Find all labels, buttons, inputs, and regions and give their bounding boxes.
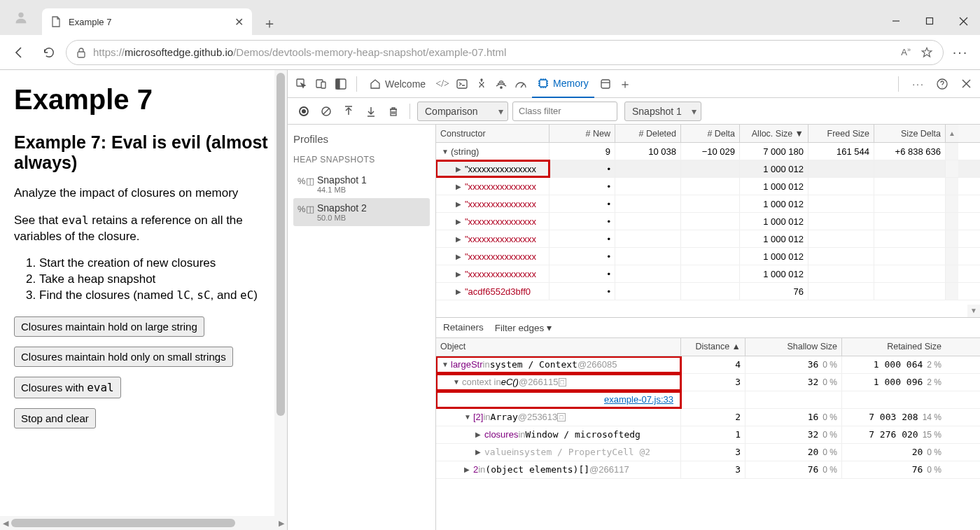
profiles-heading: Profiles — [293, 133, 430, 145]
list-item: Take a heap snapshot — [39, 272, 273, 286]
import-icon[interactable] — [362, 102, 380, 120]
col-new[interactable]: # New — [550, 125, 615, 142]
snapshot-item[interactable]: %◫ Snapshot 250.0 MB — [293, 198, 430, 226]
stop-clear-button[interactable]: Stop and clear — [14, 408, 96, 428]
page-p1: Analyze the impact of closures on memory — [14, 186, 273, 202]
table-row[interactable]: ▶"xxxxxxxxxxxxxxx•1 000 012 — [436, 213, 980, 230]
col-object[interactable]: Object — [436, 338, 681, 356]
close-tab-icon[interactable]: ✕ — [234, 15, 244, 29]
col-deleted[interactable]: # Deleted — [615, 125, 681, 142]
tab-welcome[interactable]: Welcome — [364, 70, 431, 98]
help-icon[interactable] — [934, 76, 951, 92]
devtools-tabs: Welcome </> Memory ＋ ··· — [288, 70, 980, 98]
retainers-tabs: Retainers Filter edges ▾ — [436, 317, 980, 338]
page-h1: Example 7 — [14, 84, 273, 116]
address-field[interactable]: https://microsoftedge.github.io/Demos/de… — [66, 40, 944, 65]
table-row[interactable]: ▶"xxxxxxxxxxxxxxx•1 000 012 — [436, 230, 980, 248]
new-tab-button[interactable]: ＋ — [258, 11, 281, 35]
class-filter-input[interactable]: Class filter — [512, 102, 617, 121]
retainers-tab[interactable]: Retainers — [443, 322, 484, 333]
table-row[interactable]: ▶"acdf6552d3bff0•76 — [436, 283, 980, 300]
closures-eval-button[interactable]: Closures with eval — [14, 377, 121, 398]
col-distance[interactable]: Distance ▲ — [681, 338, 746, 356]
performance-icon[interactable] — [512, 76, 529, 92]
maximize-button[interactable] — [913, 7, 946, 35]
svg-point-0 — [18, 13, 23, 18]
network-icon[interactable] — [493, 76, 510, 92]
heap-snapshots-heading: HEAP SNAPSHOTS — [293, 155, 430, 165]
tab-memory[interactable]: Memory — [532, 70, 594, 98]
export-icon[interactable] — [340, 102, 358, 120]
refresh-button[interactable] — [36, 40, 62, 65]
inspect-icon[interactable] — [293, 76, 310, 92]
table-row[interactable]: ▼largeStr in system / Context @266085436… — [436, 356, 980, 374]
source-link-row[interactable]: example-07.js:33 — [436, 391, 980, 409]
table-row[interactable]: ▶2 in (object elements)[] @2661173760 %7… — [436, 461, 980, 479]
console-icon[interactable] — [454, 76, 470, 92]
record-icon[interactable] — [295, 102, 313, 120]
svg-rect-14 — [540, 80, 547, 87]
read-aloud-icon[interactable]: A» — [901, 46, 911, 57]
profiles-sidebar: Profiles HEAP SNAPSHOTS %◫ Snapshot 144.… — [288, 125, 436, 530]
minimize-button[interactable] — [879, 7, 913, 35]
close-devtools-icon[interactable] — [958, 76, 974, 92]
view-dropdown[interactable]: Comparison — [417, 102, 508, 121]
back-button[interactable] — [7, 40, 32, 65]
add-tab-icon[interactable]: ＋ — [617, 76, 634, 92]
sources-icon[interactable] — [473, 76, 490, 92]
col-size-delta[interactable]: Size Delta — [874, 125, 946, 142]
table-row[interactable]: ▶"xxxxxxxxxxxxxxx•1 000 012 — [436, 265, 980, 283]
svg-point-12 — [481, 79, 482, 81]
vertical-scrollbar[interactable] — [274, 70, 287, 516]
elements-icon[interactable]: </> — [434, 76, 451, 92]
scroll-up-icon[interactable]: ▲ — [946, 125, 958, 142]
baseline-dropdown[interactable]: Snapshot 1 — [624, 102, 701, 121]
gc-icon[interactable] — [384, 102, 402, 120]
table-row[interactable]: ▼context in eC() @266115 □3320 %1 000 09… — [436, 374, 980, 391]
instructions-list: Start the creation of new closures Take … — [39, 256, 273, 302]
table-row[interactable]: ▶value in system / PropertyCell @23200 %… — [436, 444, 980, 461]
col-retained-size[interactable]: Retained Size — [842, 338, 946, 356]
table-row[interactable]: ▶"xxxxxxxxxxxxxxx•1 000 012 — [436, 248, 980, 265]
snapshot-item[interactable]: %◫ Snapshot 144.1 MB — [293, 170, 430, 198]
scroll-down-icon[interactable]: ▼ — [967, 305, 980, 317]
closures-large-string-button[interactable]: Closures maintain hold on large string — [14, 316, 204, 337]
dock-icon[interactable] — [332, 76, 349, 92]
window-controls — [879, 7, 980, 35]
table-row[interactable]: ▶"xxxxxxxxxxxxxxx•1 000 012 — [436, 195, 980, 213]
svg-point-21 — [302, 109, 306, 113]
table-row[interactable]: ▶"xxxxxxxxxxxxxxx•1 000 012 — [436, 160, 980, 178]
window-close-button[interactable] — [946, 7, 980, 35]
favorite-icon[interactable] — [920, 46, 933, 59]
col-freed-size[interactable]: Freed Size — [808, 125, 874, 142]
more-tools-icon[interactable]: ··· — [910, 76, 927, 92]
application-icon[interactable] — [597, 76, 614, 92]
svg-rect-2 — [927, 18, 933, 25]
svg-rect-15 — [601, 80, 610, 88]
horizontal-scrollbar[interactable]: ◀▶ — [0, 516, 287, 530]
snapshot-icon: %◫ — [298, 204, 312, 214]
list-item: Start the creation of new closures — [39, 256, 273, 270]
table-row[interactable]: ▼[2] in Array @253613 □2160 %7 003 20814… — [436, 409, 980, 426]
webpage-pane: Example 7 Example 7: Eval is evil (almos… — [0, 70, 287, 530]
browser-tab[interactable]: Example 7 ✕ — [42, 8, 252, 35]
filter-edges-dropdown[interactable]: Filter edges ▾ — [495, 322, 552, 333]
page-p2: See that eval retains a reference on all… — [14, 213, 273, 245]
svg-point-13 — [500, 86, 502, 88]
retainers-table-header: Object Distance ▲ Shallow Size Retained … — [436, 338, 980, 356]
col-alloc-size[interactable]: Alloc. Size ▼ — [740, 125, 808, 142]
table-row[interactable]: ▼(string)910 038−10 0297 000 180161 544+… — [436, 143, 980, 160]
col-constructor[interactable]: Constructor — [436, 125, 550, 142]
col-delta[interactable]: # Delta — [681, 125, 740, 142]
more-button[interactable]: ··· — [948, 40, 973, 65]
clear-icon[interactable] — [317, 102, 335, 120]
address-bar: https://microsoftedge.github.io/Demos/de… — [0, 35, 980, 70]
table-row[interactable]: ▶closures in Window / microsoftedg1320 %… — [436, 426, 980, 444]
page-content: Example 7 Example 7: Eval is evil (almos… — [0, 70, 287, 530]
table-row[interactable]: ▶"xxxxxxxxxxxxxxx•1 000 012 — [436, 178, 980, 195]
closures-small-strings-button[interactable]: Closures maintain hold only on small str… — [14, 347, 233, 367]
profile-icon[interactable] — [10, 7, 31, 28]
svg-rect-8 — [321, 82, 326, 88]
col-shallow-size[interactable]: Shallow Size — [746, 338, 842, 356]
device-toggle-icon[interactable] — [313, 76, 330, 92]
